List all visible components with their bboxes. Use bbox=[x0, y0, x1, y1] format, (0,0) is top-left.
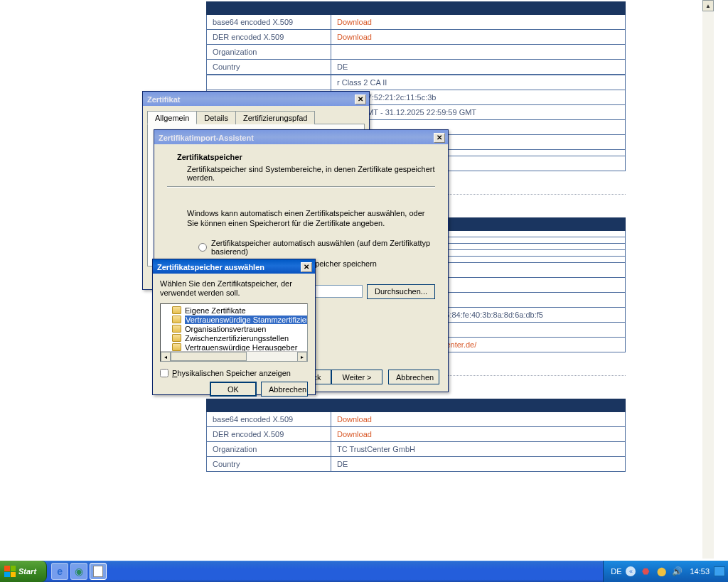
show-physical-checkbox[interactable]: Physikalischen Speicher anzeigen bbox=[160, 369, 308, 377]
wizard-subheading: Zertifikatspeicher sind Systembereiche, … bbox=[187, 165, 435, 182]
wizard-paragraph: Windows kann automatisch einen Zertifika… bbox=[187, 209, 435, 229]
radio-auto-select[interactable]: Zertifikatspeicher automatisch auswählen… bbox=[198, 239, 435, 256]
tray-volume-icon[interactable]: 🔊 bbox=[671, 566, 682, 577]
taskbar: Start e ◉ DE « ⬣ ⬤ 🔊 14:53 bbox=[0, 561, 728, 582]
taskbar-items: e ◉ bbox=[51, 563, 107, 580]
cancel-button[interactable]: Abbrechen bbox=[261, 382, 308, 397]
taskbar-item-ie[interactable]: e bbox=[51, 563, 68, 580]
tree-item[interactable]: Zwischenzertifizierungsstellen bbox=[162, 333, 308, 343]
tree-item[interactable]: Organisationsvertrauen bbox=[162, 324, 308, 333]
scroll-left-icon[interactable]: ◂ bbox=[161, 352, 171, 362]
ie-icon: e bbox=[57, 566, 63, 577]
tray-network-icon[interactable] bbox=[714, 566, 725, 576]
cancel-button[interactable]: Abbrechen bbox=[388, 370, 439, 384]
dialog-title: Zertifikat bbox=[147, 95, 180, 104]
download-link[interactable]: Download bbox=[337, 415, 372, 424]
ok-button[interactable]: OK bbox=[210, 382, 257, 397]
clock[interactable]: 14:53 bbox=[690, 567, 710, 576]
system-tray: DE « ⬣ ⬤ 🔊 14:53 bbox=[603, 561, 728, 582]
dialog-titlebar[interactable]: Zertifikatimport-Assistent ✕ bbox=[154, 130, 448, 144]
close-button[interactable]: ✕ bbox=[434, 133, 445, 143]
close-icon: ✕ bbox=[437, 134, 442, 141]
tray-security-icon[interactable]: ⬣ bbox=[640, 566, 651, 577]
store-tree[interactable]: Eigene Zertifikate Vertrauenswürdige Sta… bbox=[160, 303, 308, 362]
folder-icon bbox=[172, 316, 181, 323]
cert-tabs: Allgemein Details Zertifizierungspfad bbox=[147, 110, 365, 124]
language-indicator[interactable]: DE bbox=[611, 567, 621, 576]
cert-table-3: base64 encoded X.509Download DER encoded… bbox=[206, 399, 626, 472]
scroll-right-icon[interactable]: ▸ bbox=[297, 352, 307, 362]
next-button[interactable]: Weiter > bbox=[331, 370, 382, 384]
tab-details[interactable]: Details bbox=[196, 111, 236, 124]
scroll-thumb[interactable] bbox=[171, 352, 247, 361]
taskbar-item-document[interactable] bbox=[90, 563, 107, 580]
close-button[interactable]: ✕ bbox=[355, 95, 366, 104]
radio-input[interactable] bbox=[198, 243, 207, 252]
tree-item[interactable]: Eigene Zertifikate bbox=[162, 306, 308, 315]
divider bbox=[167, 186, 435, 188]
download-link[interactable]: Download bbox=[337, 18, 372, 26]
download-link[interactable]: Download bbox=[337, 430, 372, 438]
select-store-dialog: Zertifikatspeicher auswählen ✕ Wählen Si… bbox=[152, 259, 316, 395]
tray-expand-icon[interactable]: « bbox=[626, 566, 636, 576]
folder-icon bbox=[172, 334, 181, 342]
document-icon bbox=[93, 566, 103, 577]
download-link[interactable]: Download bbox=[337, 33, 372, 41]
tray-update-icon[interactable]: ⬤ bbox=[655, 566, 667, 577]
tree-item-selected[interactable]: Vertrauenswürdige Stammzertifizierungss bbox=[162, 315, 308, 324]
cert-table-1: base64 encoded X.509Download DER encoded… bbox=[206, 1, 626, 75]
store-prompt: Wählen Sie den Zertifikatspeicher, der v… bbox=[160, 279, 308, 298]
start-button[interactable]: Start bbox=[0, 561, 47, 582]
browse-button[interactable]: Durchsuchen... bbox=[367, 284, 435, 299]
checkbox-input[interactable] bbox=[160, 369, 168, 377]
folder-icon bbox=[172, 306, 181, 314]
dialog-titlebar[interactable]: Zertifikatspeicher auswählen ✕ bbox=[153, 259, 315, 274]
taskbar-item-browser[interactable]: ◉ bbox=[70, 563, 87, 580]
folder-icon bbox=[172, 325, 181, 333]
close-icon: ✕ bbox=[358, 95, 363, 103]
tree-horizontal-scrollbar[interactable]: ◂ ▸ bbox=[161, 351, 307, 361]
close-button[interactable]: ✕ bbox=[301, 262, 312, 272]
page-scrollbar[interactable]: ▲ bbox=[702, 0, 714, 559]
dialog-title: Zertifikatspeicher auswählen bbox=[157, 263, 264, 271]
windows-logo-icon bbox=[4, 566, 16, 577]
close-icon: ✕ bbox=[304, 263, 309, 271]
dialog-titlebar[interactable]: Zertifikat ✕ bbox=[143, 92, 369, 106]
tab-general[interactable]: Allgemein bbox=[147, 111, 197, 124]
scroll-up-icon[interactable]: ▲ bbox=[702, 0, 714, 11]
cell-key: base64 encoded X.509 bbox=[207, 15, 331, 30]
browser-icon: ◉ bbox=[75, 566, 83, 577]
dialog-title: Zertifikatimport-Assistent bbox=[159, 134, 254, 142]
wizard-heading: Zertifikatspeicher bbox=[177, 153, 435, 161]
tab-cert-path[interactable]: Zertifizierungspfad bbox=[235, 111, 316, 124]
folder-icon bbox=[172, 343, 181, 351]
